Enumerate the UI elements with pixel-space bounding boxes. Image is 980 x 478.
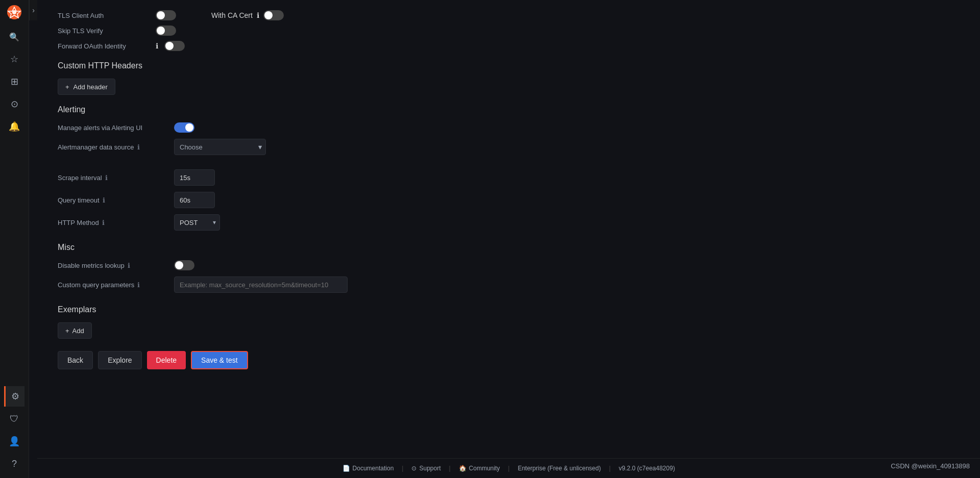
save-test-button[interactable]: Save & test bbox=[191, 351, 248, 369]
tls-section: TLS Client Auth Skip TLS Verify Forward … bbox=[58, 10, 476, 56]
tls-client-auth-row: TLS Client Auth bbox=[58, 10, 185, 20]
misc-title: Misc bbox=[58, 243, 476, 252]
exemplars-section: Exemplars + Add bbox=[58, 305, 476, 339]
exemplars-add-button[interactable]: + Add bbox=[58, 322, 92, 339]
custom-query-input[interactable] bbox=[174, 276, 348, 293]
skip-tls-toggle[interactable] bbox=[156, 26, 176, 36]
scrape-interval-row: Scrape interval ℹ bbox=[58, 169, 476, 186]
help-icon: ? bbox=[12, 459, 17, 469]
exemplars-plus-icon: + bbox=[65, 327, 69, 335]
support-icon: ⊙ bbox=[411, 465, 416, 472]
skip-tls-row: Skip TLS Verify bbox=[58, 26, 185, 36]
footer-community-label: Community bbox=[469, 465, 500, 472]
misc-section: Misc Disable metrics lookup ℹ Custom que… bbox=[58, 243, 476, 293]
settings-icon: ⚙ bbox=[11, 391, 19, 402]
with-ca-cert-info-icon[interactable]: ℹ bbox=[257, 11, 259, 19]
custom-http-title: Custom HTTP Headers bbox=[58, 61, 476, 70]
query-timeout-info-icon[interactable]: ℹ bbox=[103, 196, 105, 204]
query-timeout-row: Query timeout ℹ bbox=[58, 192, 476, 208]
sidebar-item-apps[interactable]: ⊞ bbox=[4, 71, 24, 92]
http-method-select-wrapper: POST GET bbox=[174, 214, 220, 231]
actions-row: Back Explore Delete Save & test bbox=[58, 351, 476, 369]
custom-query-row: Custom query parameters ℹ bbox=[58, 276, 476, 293]
tls-client-auth-label: TLS Client Auth bbox=[58, 12, 150, 19]
alerting-title: Alerting bbox=[58, 105, 476, 114]
query-timeout-label: Query timeout ℹ bbox=[58, 196, 170, 204]
disable-metrics-toggle[interactable] bbox=[174, 260, 194, 270]
sidebar-item-settings[interactable]: ⚙ bbox=[4, 386, 24, 407]
forward-oauth-row: Forward OAuth Identity ℹ bbox=[58, 41, 185, 51]
manage-alerts-toggle[interactable] bbox=[174, 122, 194, 133]
doc-icon: 📄 bbox=[342, 465, 350, 472]
alertmanager-label: Alertmanager data source ℹ bbox=[58, 143, 170, 151]
disable-metrics-row: Disable metrics lookup ℹ bbox=[58, 260, 476, 270]
http-method-select[interactable]: POST GET bbox=[174, 214, 220, 231]
tls-client-auth-toggle[interactable] bbox=[156, 10, 176, 20]
exemplars-add-label: Add bbox=[72, 327, 84, 335]
sidebar-item-help[interactable]: ? bbox=[4, 454, 24, 474]
http-method-label: HTTP Method ℹ bbox=[58, 219, 170, 227]
footer-support-label: Support bbox=[419, 465, 440, 472]
scrape-interval-info-icon[interactable]: ℹ bbox=[105, 174, 108, 182]
footer-version-label: v9.2.0 (c7eea48209) bbox=[619, 465, 675, 472]
alertmanager-select-wrapper: Choose ▾ bbox=[174, 139, 266, 155]
star-icon: ☆ bbox=[10, 54, 18, 65]
footer-community-link[interactable]: 🏠 Community bbox=[459, 465, 500, 472]
custom-query-info-icon[interactable]: ℹ bbox=[137, 281, 140, 289]
forward-oauth-toggle[interactable] bbox=[164, 41, 185, 51]
sidebar-item-alerting[interactable]: ⊙ bbox=[4, 94, 24, 114]
footer: 📄 Documentation | ⊙ Support | 🏠 Communit… bbox=[37, 458, 980, 478]
sidebar: 🔍 ☆ ⊞ ⊙ 🔔 ⚙ 🛡 👤 ? bbox=[0, 0, 29, 478]
exemplars-title: Exemplars bbox=[58, 305, 476, 314]
watermark: CSDN @weixin_40913898 bbox=[891, 462, 970, 470]
query-timeout-input[interactable] bbox=[174, 192, 215, 208]
add-header-label: Add header bbox=[74, 83, 108, 91]
explore-button[interactable]: Explore bbox=[98, 351, 141, 369]
with-ca-cert-row: With CA Cert ℹ bbox=[211, 10, 284, 20]
sidebar-logo[interactable] bbox=[6, 4, 22, 20]
sidebar-collapse-button[interactable]: › bbox=[29, 0, 37, 20]
footer-enterprise-label: Enterprise (Free & unlicensed) bbox=[518, 465, 601, 472]
sidebar-item-starred[interactable]: ☆ bbox=[4, 49, 24, 69]
disable-metrics-label: Disable metrics lookup ℹ bbox=[58, 262, 170, 269]
main-content: TLS Client Auth Skip TLS Verify Forward … bbox=[37, 0, 980, 478]
apps-icon: ⊞ bbox=[11, 76, 18, 87]
back-button[interactable]: Back bbox=[58, 351, 93, 369]
manage-alerts-row: Manage alerts via Alerting UI bbox=[58, 122, 476, 133]
custom-query-label: Custom query parameters ℹ bbox=[58, 281, 170, 289]
with-ca-cert-toggle[interactable] bbox=[263, 10, 284, 20]
svg-point-1 bbox=[12, 10, 16, 14]
disable-metrics-info-icon[interactable]: ℹ bbox=[128, 262, 130, 269]
scrape-interval-label: Scrape interval ℹ bbox=[58, 174, 170, 182]
sidebar-item-search[interactable]: 🔍 bbox=[4, 27, 24, 47]
shield-icon: 🛡 bbox=[10, 414, 19, 424]
search-icon: 🔍 bbox=[9, 32, 19, 42]
community-icon: 🏠 bbox=[459, 465, 467, 472]
sidebar-item-shield[interactable]: 🛡 bbox=[4, 409, 24, 429]
alertmanager-row: Alertmanager data source ℹ Choose ▾ bbox=[58, 139, 476, 155]
alerting-section: Alerting Manage alerts via Alerting UI A… bbox=[58, 105, 476, 231]
alertmanager-select[interactable]: Choose bbox=[174, 139, 266, 155]
manage-alerts-label: Manage alerts via Alerting UI bbox=[58, 124, 170, 132]
delete-button[interactable]: Delete bbox=[147, 351, 186, 369]
sidebar-item-user[interactable]: 👤 bbox=[4, 431, 24, 451]
plus-icon: + bbox=[65, 83, 69, 91]
user-icon: 👤 bbox=[9, 436, 20, 447]
skip-tls-label: Skip TLS Verify bbox=[58, 27, 150, 35]
forward-oauth-label: Forward OAuth Identity bbox=[58, 42, 150, 50]
custom-http-section: Custom HTTP Headers + Add header bbox=[58, 61, 476, 95]
alerting-icon: ⊙ bbox=[11, 98, 18, 110]
scrape-interval-input[interactable] bbox=[174, 169, 215, 186]
sidebar-item-notifications[interactable]: 🔔 bbox=[4, 116, 24, 137]
http-method-info-icon[interactable]: ℹ bbox=[102, 219, 105, 227]
add-header-button[interactable]: + Add header bbox=[58, 79, 115, 95]
settings-form: TLS Client Auth Skip TLS Verify Forward … bbox=[37, 0, 497, 458]
with-ca-cert-label: With CA Cert bbox=[211, 11, 253, 19]
alertmanager-info-icon[interactable]: ℹ bbox=[137, 143, 140, 151]
bell-icon: 🔔 bbox=[9, 121, 20, 132]
footer-documentation-label: Documentation bbox=[353, 465, 394, 472]
footer-support-link[interactable]: ⊙ Support bbox=[411, 465, 440, 472]
http-method-row: HTTP Method ℹ POST GET bbox=[58, 214, 476, 231]
forward-oauth-info-icon[interactable]: ℹ bbox=[156, 42, 158, 50]
footer-documentation-link[interactable]: 📄 Documentation bbox=[342, 465, 394, 472]
